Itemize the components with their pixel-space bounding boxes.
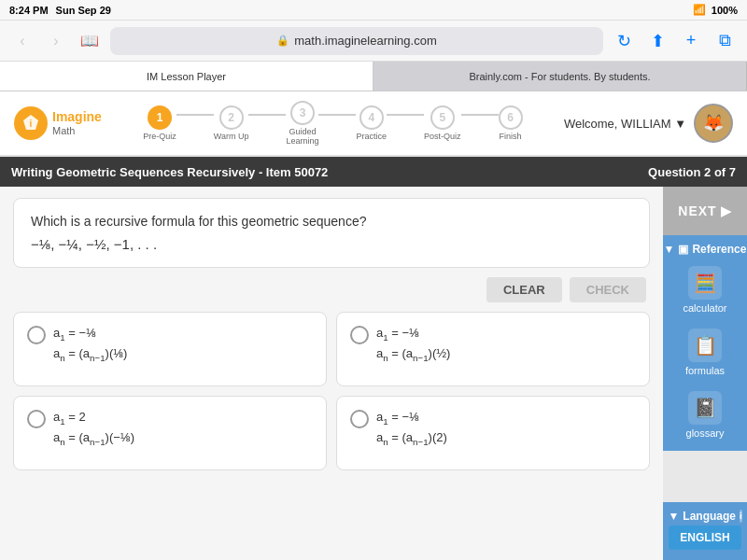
step-connector-1 — [176, 114, 214, 116]
english-button[interactable]: ENGLISH — [669, 525, 741, 550]
step-label-2: Warm Up — [214, 132, 249, 141]
share-button[interactable]: ⬆ — [644, 28, 670, 54]
step-label-4: Practice — [356, 132, 387, 141]
language-section: ▼ Language i ENGLISH — [663, 502, 747, 560]
choice-b[interactable]: a1 = −⅛ an = (an−1)(½) — [336, 312, 650, 386]
glossary-icon: 📓 — [688, 391, 722, 425]
choice-d[interactable]: a1 = −⅛ an = (an−1)(2) — [336, 396, 650, 470]
check-button[interactable]: CHECK — [570, 277, 646, 302]
tab-brainly[interactable]: Brainly.com - For students. By students. — [374, 62, 747, 91]
question-count: Question 2 of 7 — [648, 165, 736, 179]
logo-math: Math — [52, 125, 102, 137]
choice-a-content: a1 = −⅛ an = (an−1)(⅛) — [53, 324, 313, 365]
question-box: Which is a recursive formula for this ge… — [13, 198, 650, 268]
step-post-quiz[interactable]: 5 Post-Quiz — [424, 105, 461, 141]
sequence-text: −⅛, −¼, −½, −1, . . . — [31, 236, 632, 252]
step-guided-learning[interactable]: 3 GuidedLearning — [286, 101, 318, 146]
status-left: 8:24 PM Sun Sep 29 — [9, 5, 111, 16]
step-label-1: Pre-Quiz — [143, 132, 176, 141]
choice-b-line1: a1 = −⅛ — [376, 324, 636, 344]
logo-imagine: Imagine — [52, 109, 102, 125]
step-label-5: Post-Quiz — [424, 132, 461, 141]
radio-d[interactable] — [350, 410, 369, 428]
choice-a-line1: a1 = −⅛ — [53, 324, 313, 344]
step-warm-up[interactable]: 2 Warm Up — [214, 105, 249, 141]
new-window-button[interactable]: ⧉ — [712, 28, 738, 54]
tab-lesson-player[interactable]: IM Lesson Player — [0, 62, 374, 91]
lesson-container: i Imagine Math 1 Pre-Quiz 2 Warm Up — [0, 91, 747, 560]
step-connector-2 — [248, 114, 286, 116]
status-bar: 8:24 PM Sun Sep 29 📶 100% — [0, 0, 747, 21]
progress-stepper: 1 Pre-Quiz 2 Warm Up 3 GuidedLearning 4 … — [120, 101, 545, 146]
reference-icon: ▣ — [678, 243, 688, 256]
bookmarks-button[interactable]: 📖 — [77, 28, 103, 54]
choice-a[interactable]: a1 = −⅛ an = (an−1)(⅛) — [13, 312, 327, 386]
step-circle-1: 1 — [148, 105, 172, 130]
glossary-button[interactable]: 📓 glossary — [663, 384, 747, 446]
choice-c-line2: an = (an−1)(−⅛) — [53, 428, 313, 449]
tab-label-1: Brainly.com - For students. By students. — [469, 71, 650, 82]
battery-display: 100% — [712, 5, 738, 16]
next-button[interactable]: NEXT ▶ — [663, 187, 747, 235]
svg-text:i: i — [30, 119, 33, 129]
choice-b-line2: an = (an−1)(½) — [376, 344, 636, 365]
reference-section: ▼ ▣ Reference 🧮 calculator 📋 formulas 📓 — [663, 235, 747, 451]
time-display: 8:24 PM — [9, 5, 49, 16]
status-right: 📶 100% — [693, 4, 738, 16]
address-bar[interactable]: 🔒 math.imaginelearning.com — [110, 27, 603, 55]
formulas-label: formulas — [685, 365, 725, 376]
step-label-6: Finish — [500, 132, 522, 141]
step-circle-3: 3 — [290, 101, 315, 125]
reference-header: ▼ ▣ Reference — [663, 240, 747, 259]
choice-c-line1: a1 = 2 — [53, 408, 313, 428]
step-finish[interactable]: 6 Finish — [499, 105, 523, 141]
choice-d-line2: an = (an−1)(2) — [376, 428, 636, 449]
reference-label: Reference — [692, 243, 746, 256]
calculator-label: calculator — [683, 302, 726, 314]
glossary-label: glossary — [686, 427, 725, 439]
step-circle-6: 6 — [499, 105, 523, 130]
step-pre-quiz[interactable]: 1 Pre-Quiz — [143, 105, 176, 141]
logo-text: Imagine Math — [52, 109, 102, 137]
logo-icon: i — [14, 106, 48, 140]
radio-a[interactable] — [27, 326, 46, 344]
step-connector-3 — [318, 114, 356, 116]
welcome-area: Welcome, WILLIAM ▼ 🦊 — [564, 104, 733, 143]
language-triangle-icon: ▼ — [668, 510, 679, 523]
clear-button[interactable]: CLEAR — [486, 277, 562, 302]
date-display: Sun Sep 29 — [56, 5, 111, 16]
step-circle-2: 2 — [219, 105, 244, 130]
add-tab-button[interactable]: + — [678, 28, 704, 54]
triangle-icon: ▼ — [664, 243, 675, 256]
choice-c-content: a1 = 2 an = (an−1)(−⅛) — [53, 408, 313, 449]
step-connector-5 — [461, 114, 499, 116]
lock-icon: 🔒 — [276, 35, 289, 47]
question-title: Writing Geometric Sequences Recursively … — [11, 165, 328, 179]
tab-bar: IM Lesson Player Brainly.com - For stude… — [0, 62, 747, 91]
wifi-icon: 📶 — [693, 4, 706, 16]
back-button[interactable]: ‹ — [9, 28, 35, 54]
formulas-button[interactable]: 📋 formulas — [663, 321, 747, 384]
choice-c[interactable]: a1 = 2 an = (an−1)(−⅛) — [13, 396, 327, 470]
forward-button[interactable]: › — [43, 28, 69, 54]
language-label: Language — [683, 510, 736, 523]
radio-b[interactable] — [350, 326, 369, 344]
formulas-icon: 📋 — [688, 329, 722, 362]
choice-a-line2: an = (an−1)(⅛) — [53, 344, 313, 365]
info-icon: i — [740, 510, 742, 523]
url-display: math.imaginelearning.com — [294, 34, 436, 48]
refresh-button[interactable]: ↻ — [611, 28, 637, 54]
step-circle-5: 5 — [430, 105, 455, 130]
choices-grid: a1 = −⅛ an = (an−1)(⅛) a1 = −⅛ an = (an−… — [13, 312, 650, 470]
browser-bar: ‹ › 📖 🔒 math.imaginelearning.com ↻ ⬆ + ⧉ — [0, 21, 747, 62]
welcome-text: Welcome, WILLIAM ▼ — [564, 117, 686, 131]
choice-d-content: a1 = −⅛ an = (an−1)(2) — [376, 408, 636, 449]
calculator-button[interactable]: 🧮 calculator — [663, 259, 747, 321]
step-circle-4: 4 — [359, 105, 384, 130]
main-content: Which is a recursive formula for this ge… — [0, 187, 747, 560]
radio-c[interactable] — [27, 410, 46, 428]
content-area: Which is a recursive formula for this ge… — [0, 187, 663, 560]
next-arrow-icon: ▶ — [721, 203, 732, 218]
action-buttons: CLEAR CHECK — [13, 277, 650, 302]
step-practice[interactable]: 4 Practice — [356, 105, 387, 141]
